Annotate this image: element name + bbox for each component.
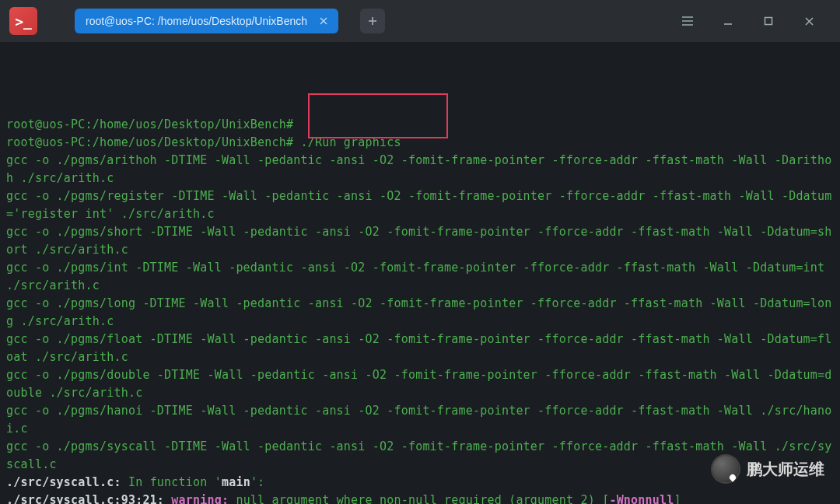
output-line: gcc -o ./pgms/long -DTIME -Wall -pedanti… bbox=[6, 296, 832, 328]
output-line: gcc -o ./pgms/hanoi -DTIME -Wall -pedant… bbox=[6, 404, 832, 436]
tab-active[interactable]: root@uos-PC: /home/uos/Desktop/UnixBench bbox=[75, 9, 338, 33]
tab-title: root@uos-PC: /home/uos/Desktop/UnixBench bbox=[86, 15, 307, 27]
warn-text: ': bbox=[250, 475, 264, 489]
minimize-icon[interactable] bbox=[719, 12, 737, 30]
warn-loc: ./src/syscall.c:93:21: bbox=[6, 493, 171, 504]
warn-file: ./src/syscall.c: bbox=[6, 475, 121, 489]
watermark: 鹏大师运维 bbox=[712, 456, 824, 482]
close-icon[interactable] bbox=[800, 12, 818, 30]
warn-func: main bbox=[222, 475, 250, 489]
titlebar: >_ root@uos-PC: /home/uos/Desktop/UnixBe… bbox=[0, 0, 840, 42]
new-tab-button[interactable] bbox=[360, 9, 385, 33]
command: ./Run graphics bbox=[293, 135, 401, 149]
tab-close-icon[interactable] bbox=[317, 14, 331, 28]
terminal-output[interactable]: root@uos-PC:/home/uos/Desktop/UnixBench#… bbox=[0, 42, 840, 504]
hamburger-menu-icon[interactable] bbox=[678, 12, 697, 30]
output-line: gcc -o ./pgms/int -DTIME -Wall -pedantic… bbox=[6, 261, 832, 292]
wechat-icon bbox=[712, 456, 739, 482]
output-line: gcc -o ./pgms/arithoh -DTIME -Wall -peda… bbox=[6, 153, 832, 185]
warn-msg: null argument where non-null required (a… bbox=[229, 493, 609, 504]
warn-text: In function ' bbox=[121, 475, 222, 489]
output-line: gcc -o ./pgms/float -DTIME -Wall -pedant… bbox=[6, 332, 832, 364]
prompt: root@uos-PC:/home/uos/Desktop/UnixBench# bbox=[6, 135, 293, 149]
output-line: gcc -o ./pgms/double -DTIME -Wall -pedan… bbox=[6, 368, 832, 400]
maximize-icon[interactable] bbox=[759, 12, 778, 30]
output-line: gcc -o ./pgms/short -DTIME -Wall -pedant… bbox=[6, 225, 832, 257]
window-controls bbox=[678, 12, 831, 30]
terminal-app-icon[interactable]: >_ bbox=[9, 7, 37, 35]
warn-flag: -Wnonnull bbox=[609, 493, 674, 504]
warn-close: ] bbox=[674, 493, 681, 504]
svg-rect-8 bbox=[765, 18, 772, 25]
warn-tag: warning: bbox=[171, 493, 229, 504]
watermark-text: 鹏大师运维 bbox=[747, 459, 824, 480]
output-line: gcc -o ./pgms/register -DTIME -Wall -ped… bbox=[6, 189, 832, 221]
output-line: gcc -o ./pgms/syscall -DTIME -Wall -peda… bbox=[6, 439, 832, 471]
prompt: root@uos-PC:/home/uos/Desktop/UnixBench# bbox=[6, 117, 293, 131]
